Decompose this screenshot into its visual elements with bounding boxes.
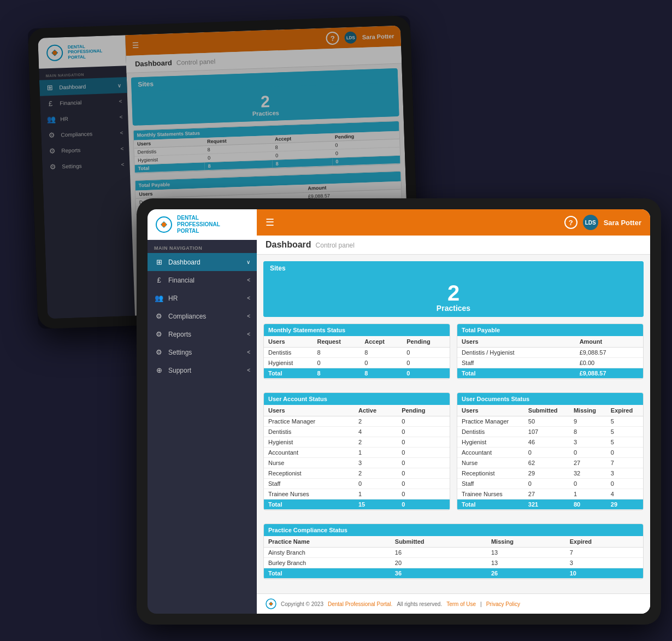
cell: Trainee Nurses [264, 489, 354, 499]
sites-section-front: Sites 2 Practices [263, 261, 644, 317]
col-header: Request [313, 336, 360, 348]
cell: Nurse [457, 458, 524, 468]
cell: 5 [606, 437, 643, 448]
sidebar-item-reports-front[interactable]: ⚙ Reports < [148, 325, 257, 343]
table-row: Dentistis 8 8 0 [264, 348, 450, 358]
help-button-front[interactable]: ? [564, 216, 577, 229]
cell: 0 [569, 479, 606, 489]
user-badge-front: LDS [583, 215, 598, 230]
table-header-row: Users Request Accept Pending [264, 336, 450, 348]
sidebar-item-label: Dashboard [168, 258, 201, 266]
table-header-row: Users Amount [457, 336, 643, 348]
cell: Total [457, 368, 575, 379]
cell: 9 [569, 416, 606, 427]
page-title-front: Dashboard [266, 240, 311, 250]
page-subtitle-front: Control panel [316, 242, 355, 249]
cell: Hygienist [457, 437, 524, 448]
cell: 0 [360, 358, 402, 368]
nav-section-label-front: MAIN NAVIGATION [148, 240, 257, 253]
cell: 1 [354, 489, 397, 499]
sidebar-item-label: HR [168, 295, 178, 302]
cell: 50 [524, 416, 569, 427]
cell: 0 [397, 479, 450, 489]
cell: 1 [354, 448, 397, 458]
cell: 0 [397, 427, 450, 437]
footer-privacy-link[interactable]: Privacy Policy [486, 601, 520, 607]
cell: 0 [397, 416, 450, 427]
col-header: Users [457, 336, 575, 348]
cell: 0 [397, 499, 450, 510]
sidebar-item-label: Settings [168, 349, 192, 356]
sidebar-item-hr-front[interactable]: 👥 HR < [148, 289, 257, 307]
cell: 3 [354, 458, 397, 468]
svg-point-5 [270, 603, 273, 605]
cell: Hygienist [264, 437, 354, 448]
cell: 8 [313, 368, 360, 379]
cell: 3 [565, 558, 643, 568]
footer-rights: All rights reserved. [397, 601, 442, 607]
cell: 16 [391, 548, 487, 558]
logo-icon-front [154, 215, 174, 234]
compliances-icon-front: ⚙ [154, 312, 164, 320]
col-header: Users [264, 336, 313, 348]
cell: Staff [457, 358, 575, 368]
cell: 0 [397, 437, 450, 448]
sidebar-item-label: Support [168, 367, 191, 374]
cell: Burley Branch [264, 558, 391, 568]
sidebar-item-compliances-front[interactable]: ⚙ Compliances < [148, 307, 257, 325]
chevron-down-icon-front: ∨ [246, 259, 250, 265]
page-header-front: Dashboard Control panel [257, 236, 650, 255]
cell: 5 [606, 427, 643, 437]
cell: 0 [397, 448, 450, 458]
cell: 0 [313, 358, 360, 368]
table-row: Trainee Nurses10 [264, 489, 450, 499]
financial-icon-front: £ [154, 276, 164, 284]
col-header: Amount [575, 336, 643, 348]
footer-logo-icon [266, 598, 276, 609]
col-header: Users [457, 405, 524, 416]
cell: 26 [487, 568, 565, 579]
cell: 0 [397, 468, 450, 479]
dashboard-icon-front: ⊞ [154, 258, 164, 266]
cell: Total [264, 568, 391, 579]
footer-term-link[interactable]: Term of Use [446, 601, 476, 607]
cell: Dentistis [264, 427, 354, 437]
cell: 7 [606, 458, 643, 468]
table-header-row: Users Active Pending [264, 405, 450, 416]
footer-brand-link[interactable]: Dental Professional Portal. [328, 601, 392, 607]
cell: 5 [606, 416, 643, 427]
cell: Staff [264, 479, 354, 489]
cell: 7 [565, 548, 643, 558]
topbar-right-front: ? LDS Sara Potter [564, 215, 641, 230]
cell: £9,088.57 [575, 368, 643, 379]
cell: 13 [487, 558, 565, 568]
col-header: Accept [360, 336, 402, 348]
sidebar-item-support-front[interactable]: ⊕ Support < [148, 361, 257, 379]
sidebar-item-dashboard-front[interactable]: ⊞ Dashboard ∨ [148, 253, 257, 271]
table-row: Dentistis10785 [457, 427, 643, 437]
hamburger-icon-front[interactable]: ☰ [266, 216, 274, 228]
cell: 0 [397, 458, 450, 468]
cell: Practice Manager [264, 416, 354, 427]
sites-count-front: 2 [263, 282, 644, 304]
cell: 27 [569, 458, 606, 468]
reports-icon-front: ⚙ [154, 330, 164, 338]
cell: 0 [397, 489, 450, 499]
hr-icon-front: 👥 [154, 294, 164, 302]
cell: 107 [524, 427, 569, 437]
cell: Staff [457, 479, 524, 489]
cell: 0 [524, 448, 569, 458]
footer-copyright: Copyright © 2023 [281, 601, 323, 607]
row-2: User Account Status Users Active Pending [263, 392, 644, 517]
monthly-statements-title-front: Monthly Statements Status [264, 324, 450, 336]
sidebar-item-settings-front[interactable]: ⚙ Settings < [148, 343, 257, 361]
table-row: Staff00 [264, 479, 450, 489]
user-documents-table: Users Submitted Missing Expired Practice… [457, 405, 643, 510]
chevron-right-icon-front: < [247, 349, 250, 355]
sidebar-item-financial-front[interactable]: £ Financial < [148, 271, 257, 289]
cell: 0 [606, 448, 643, 458]
sites-sublabel-front: Practices [263, 304, 644, 313]
table-row: Trainee Nurses2714 [457, 489, 643, 499]
col-header: Missing [487, 536, 565, 548]
table-row: Receptionist20 [264, 468, 450, 479]
